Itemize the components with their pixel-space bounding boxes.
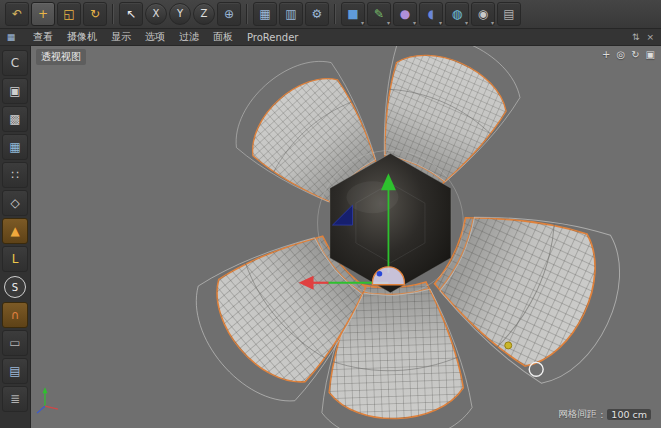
workplane-lock-icon[interactable]: ▭ <box>2 330 28 356</box>
viewport[interactable]: 透视视图 +◎↻▣ 网格间距 : 100 cm <box>31 46 661 428</box>
menu-item-display[interactable]: 显示 <box>104 29 138 45</box>
add-primitive-icon[interactable]: ■▾ <box>341 2 365 26</box>
main-area: C▣▩▦∷◇▲LS∩▭▤≣ <box>0 46 661 428</box>
menu-item-view[interactable]: 查看 <box>26 29 60 45</box>
panel-close-icon[interactable]: × <box>646 32 654 42</box>
cinema4d-window: ↶+◱↻↖XYZ⊕▦▥⚙■▾✎▾●▾◖▾◍▾◉▾▤ ▦ 查看摄像机显示选项过滤面… <box>0 0 661 428</box>
panel-arrange-icon[interactable]: ⇅ <box>632 32 640 42</box>
toolbar-separator <box>246 4 248 24</box>
add-spline-icon[interactable]: ✎▾ <box>367 2 391 26</box>
dropdown-arrow-icon: ▾ <box>387 20 390 26</box>
live-selection-icon[interactable]: ↖ <box>119 2 143 26</box>
view-corner-icons: +◎↻▣ <box>602 49 655 60</box>
toolbar: ↶+◱↻↖XYZ⊕▦▥⚙■▾✎▾●▾◖▾◍▾◉▾▤ <box>0 0 661 29</box>
menu-item-filter[interactable]: 过滤 <box>172 29 206 45</box>
display-filter-icon[interactable]: ▤ <box>497 2 521 26</box>
view-label[interactable]: 透视视图 <box>36 49 86 65</box>
make-editable-icon[interactable]: C <box>2 50 28 76</box>
rotate-view-icon[interactable]: ↻ <box>631 49 639 60</box>
toggle-view-icon[interactable]: ▣ <box>646 49 655 60</box>
scene-canvas[interactable] <box>31 46 661 428</box>
toolbar-separator <box>334 4 336 24</box>
mode-sidebar: C▣▩▦∷◇▲LS∩▭▤≣ <box>0 46 31 428</box>
edges-mode-icon[interactable]: ◇ <box>2 190 28 216</box>
pan-view-icon[interactable]: + <box>602 49 610 60</box>
workplane-mode-icon[interactable]: ▦ <box>2 134 28 160</box>
polygons-mode-icon[interactable]: ▲ <box>2 218 28 244</box>
add-environment-icon[interactable]: ◍▾ <box>445 2 469 26</box>
snap-icon[interactable]: S <box>4 276 26 298</box>
magnet-snap-icon[interactable]: ∩ <box>2 302 28 328</box>
points-mode-icon[interactable]: ∷ <box>2 162 28 188</box>
render-view-icon[interactable]: ▦ <box>253 2 277 26</box>
model-mode-icon[interactable]: ▣ <box>2 78 28 104</box>
viewport-panel-icon[interactable]: ▦ <box>4 31 18 43</box>
grid-spacing-value: 100 cm <box>607 409 651 420</box>
viewport-menubar: ▦ 查看摄像机显示选项过滤面板ProRender ⇅× <box>0 29 661 46</box>
dropdown-arrow-icon: ▾ <box>465 20 468 26</box>
edge-highlight-dot <box>505 342 512 349</box>
menubar-right-icons: ⇅× <box>632 32 661 42</box>
grid-spacing: 网格间距 : 100 cm <box>558 408 651 421</box>
zoom-view-icon[interactable]: ◎ <box>616 49 625 60</box>
render-picture-viewer-icon[interactable]: ▥ <box>279 2 303 26</box>
axis-x <box>45 406 58 409</box>
undo-icon[interactable]: ↶ <box>5 2 29 26</box>
blue-handle-dot[interactable] <box>377 271 383 277</box>
axis-mode-icon[interactable]: L <box>2 246 28 272</box>
menu-items: 查看摄像机显示选项过滤面板ProRender <box>26 29 305 45</box>
axis-y-arrow <box>42 387 47 393</box>
world-axis-indicator <box>37 387 58 413</box>
axis-z <box>37 406 45 413</box>
flower-model[interactable] <box>37 46 642 428</box>
layer-manager-icon[interactable]: ≣ <box>2 386 28 412</box>
menu-item-panel[interactable]: 面板 <box>206 29 240 45</box>
y-axis-lock-icon[interactable]: Y <box>169 3 191 25</box>
x-axis-lock-icon[interactable]: X <box>145 3 167 25</box>
render-settings-icon[interactable]: ⚙ <box>305 2 329 26</box>
add-deformer-icon[interactable]: ◖▾ <box>419 2 443 26</box>
grid-spacing-label: 网格间距 <box>558 408 596 421</box>
cursor-ring <box>529 362 543 376</box>
dropdown-arrow-icon: ▾ <box>439 20 442 26</box>
viewport-filter-icon[interactable]: ▤ <box>2 358 28 384</box>
dropdown-arrow-icon: ▾ <box>413 20 416 26</box>
texture-mode-icon[interactable]: ▩ <box>2 106 28 132</box>
subdivision-surface-icon[interactable]: ●▾ <box>393 2 417 26</box>
scale-tool-icon[interactable]: ◱ <box>57 2 81 26</box>
toolbar-separator <box>112 4 114 24</box>
add-camera-icon[interactable]: ◉▾ <box>471 2 495 26</box>
rotate-tool-icon[interactable]: ↻ <box>83 2 107 26</box>
grid-spacing-sep: : <box>600 409 603 420</box>
move-tool-icon[interactable]: + <box>31 2 55 26</box>
coordinate-system-icon[interactable]: ⊕ <box>217 2 241 26</box>
z-axis-lock-icon[interactable]: Z <box>193 3 215 25</box>
dropdown-arrow-icon: ▾ <box>361 20 364 26</box>
dropdown-arrow-icon: ▾ <box>491 20 494 26</box>
menu-item-cameras[interactable]: 摄像机 <box>60 29 104 45</box>
menu-item-prorender[interactable]: ProRender <box>240 29 305 45</box>
menu-item-options[interactable]: 选项 <box>138 29 172 45</box>
